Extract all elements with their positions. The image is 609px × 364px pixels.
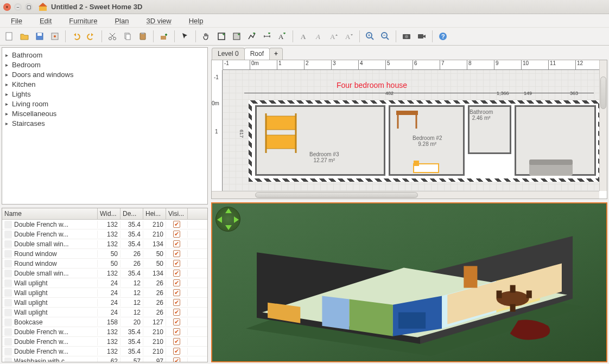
tab-level-0[interactable]: Level 0 [212,48,245,60]
item-thumbnail-icon [4,309,12,316]
svg-marker-1 [39,3,47,7]
save-button[interactable] [33,29,47,43]
nav-right-icon[interactable] [234,216,239,223]
create-walls-tool[interactable] [214,29,229,43]
text-size-down-button[interactable]: A [342,29,356,43]
table-row[interactable]: Wall uplight241226✔ [2,278,207,288]
table-row[interactable]: Round window502650✔ [2,249,207,259]
plan-title-text[interactable]: Four bedroom house [337,81,407,90]
table-row[interactable]: Double French w...13235.4210✔ [2,220,207,229]
bunk-bed-icon[interactable] [263,111,301,154]
menu-help[interactable]: Help [180,15,212,27]
table-row[interactable]: Wall uplight241226✔ [2,298,207,308]
select-tool[interactable] [178,29,192,43]
create-text-tool[interactable]: A [275,29,289,43]
table-row[interactable]: Double French w...13235.4210✔ [2,229,207,239]
column-height[interactable]: Hei... [143,208,166,219]
nav-up-icon[interactable] [225,208,232,213]
visibility-checkbox[interactable]: ✔ [173,270,180,277]
window-minimize-button[interactable]: – [14,3,22,11]
catalog-category[interactable]: ▸Kitchen [5,79,204,89]
catalog-category[interactable]: ▸Bathroom [5,50,204,60]
visibility-checkbox[interactable]: ✔ [173,240,180,247]
table-row[interactable]: Double small win...13235.4134✔ [2,269,207,278]
catalog-category[interactable]: ▸Living room [5,99,204,108]
visibility-checkbox[interactable]: ✔ [173,309,180,316]
visibility-checkbox[interactable]: ✔ [173,231,180,238]
visibility-checkbox[interactable]: ✔ [173,318,180,325]
create-polylines-tool[interactable] [245,29,259,43]
visibility-checkbox[interactable]: ✔ [173,348,180,355]
text-italic-button[interactable]: A [312,29,326,43]
zoom-in-button[interactable] [363,29,377,43]
table-row[interactable]: Double French w...13235.4210✔ [2,327,207,337]
visibility-checkbox[interactable]: ✔ [173,338,180,345]
column-name[interactable]: Name [2,208,98,219]
preferences-button[interactable] [48,29,62,43]
paste-button[interactable] [136,29,150,43]
menu-plan[interactable]: Plan [106,15,137,27]
table-row[interactable]: Round window502650✔ [2,259,207,269]
menu-edit[interactable]: Edit [31,15,60,27]
text-size-up-button[interactable]: A [327,29,341,43]
visibility-checkbox[interactable]: ✔ [173,357,180,362]
tab-roof[interactable]: Roof [244,48,270,60]
svg-rect-4 [37,33,42,36]
menu-file[interactable]: File [2,15,31,27]
bed-icon[interactable] [413,159,440,176]
3d-view[interactable] [211,202,607,362]
pan-tool[interactable] [199,29,213,43]
video-button[interactable] [415,29,429,43]
catalog-category[interactable]: ▸Doors and windows [5,69,204,79]
photo-button[interactable] [399,29,414,43]
zoom-out-button[interactable] [378,29,392,43]
catalog-category[interactable]: ▸Staircases [5,118,204,128]
help-button[interactable]: ? [436,29,450,43]
nav-left-icon[interactable] [217,216,222,223]
tab-add-level[interactable]: + [269,48,283,60]
visibility-checkbox[interactable]: ✔ [173,289,180,296]
catalog-category[interactable]: ▸Lights [5,89,204,99]
table-icon[interactable] [394,108,421,130]
create-dimensions-tool[interactable] [260,29,274,43]
menu-3dview[interactable]: 3D view [137,15,180,27]
column-width[interactable]: Wid... [98,208,120,219]
nav-down-icon[interactable] [225,225,232,230]
visibility-checkbox[interactable]: ✔ [173,279,180,286]
visibility-checkbox[interactable]: ✔ [173,260,180,267]
add-furniture-button[interactable] [157,29,171,43]
window-maximize-button[interactable]: ▢ [25,3,33,11]
text-bold-button[interactable]: A [296,29,310,43]
visibility-checkbox[interactable]: ✔ [173,221,180,228]
cut-button[interactable] [105,29,119,43]
furniture-catalog-tree[interactable]: ▸Bathroom▸Bedroom▸Doors and windows▸Kitc… [2,47,208,205]
table-row[interactable]: Wall uplight241226✔ [2,308,207,317]
visibility-checkbox[interactable]: ✔ [173,328,180,335]
table-row[interactable]: Wall uplight241226✔ [2,288,207,298]
undo-button[interactable] [69,29,83,43]
plan-vertical-scrollbar[interactable] [599,60,607,191]
plan-view[interactable]: -10m123456789101112 -1 0m 1 Four bedroom… [211,60,607,199]
column-depth[interactable]: De... [120,208,143,219]
catalog-category[interactable]: ▸Miscellaneous [5,108,204,118]
menu-furniture[interactable]: Furniture [60,15,106,27]
3d-navigation-control[interactable] [215,207,240,232]
furniture-list-table: Name Wid... De... Hei... Visi... Double … [2,208,208,362]
table-row[interactable]: Washbasin with c...625797✔ [2,356,207,362]
new-button[interactable] [2,29,16,43]
table-row[interactable]: Double small win...13235.4134✔ [2,239,207,249]
window-close-button[interactable]: × [3,3,11,11]
visibility-checkbox[interactable]: ✔ [173,299,180,306]
visibility-checkbox[interactable]: ✔ [173,250,180,257]
create-rooms-tool[interactable] [230,29,244,43]
sofa-icon[interactable] [526,157,575,178]
column-visible[interactable]: Visi... [166,208,188,219]
table-row[interactable]: Bookcase15820127✔ [2,317,207,327]
copy-button[interactable] [120,29,135,43]
redo-button[interactable] [84,29,98,43]
open-button[interactable] [17,29,31,43]
table-row[interactable]: Double French w...13235.4210✔ [2,347,207,356]
plan-horizontal-scrollbar[interactable] [212,191,599,199]
catalog-category[interactable]: ▸Bedroom [5,60,204,69]
table-row[interactable]: Double French w...13235.4210✔ [2,337,207,347]
